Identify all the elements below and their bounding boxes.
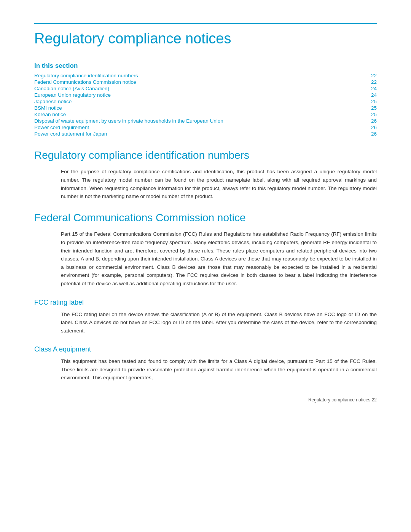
page-title: Regulatory compliance notices xyxy=(34,31,377,47)
toc-item[interactable]: Korean notice 25 xyxy=(34,112,377,117)
toc-item-dots xyxy=(108,135,370,136)
toc-item[interactable]: Japanese notice 25 xyxy=(34,99,377,104)
toc-item-label: Canadian notice (Avis Canadien) xyxy=(34,86,109,91)
toc-item-label: Regulatory compliance identification num… xyxy=(34,73,138,78)
toc-list: Regulatory compliance identification num… xyxy=(34,73,377,137)
toc-item-dots xyxy=(72,103,370,103)
toc-item-label: Federal Communications Commission notice xyxy=(34,79,136,85)
toc-item-page: 25 xyxy=(371,112,377,117)
toc-item-dots xyxy=(110,90,370,90)
toc-item-page: 26 xyxy=(371,131,377,137)
toc-item-label: Japanese notice xyxy=(34,99,72,104)
toc-item-page: 24 xyxy=(371,92,377,98)
top-border xyxy=(34,23,377,24)
toc-item-page: 22 xyxy=(371,79,377,85)
toc-item-page: 24 xyxy=(371,86,377,91)
toc-item-page: 25 xyxy=(371,105,377,111)
toc-item-page: 25 xyxy=(371,99,377,104)
toc-item-dots xyxy=(139,77,370,77)
toc-item[interactable]: European Union regulatory notice 24 xyxy=(34,92,377,98)
subsection-fcc-rating: FCC rating label The FCC rating label on… xyxy=(34,299,377,335)
footer-text: Regulatory compliance notices 22 xyxy=(308,397,377,403)
toc-item[interactable]: BSMI notice25 xyxy=(34,105,377,111)
toc-item-page: 26 xyxy=(371,125,377,130)
section-heading-reg-compliance: Regulatory compliance identification num… xyxy=(34,149,377,162)
footer: Regulatory compliance notices 22 xyxy=(34,397,377,403)
subsection-body-fcc-rating: The FCC rating label on the device shows… xyxy=(61,310,377,335)
subsection-heading-fcc-rating: FCC rating label xyxy=(34,299,377,307)
toc-item-label: Disposal of waste equipment by users in … xyxy=(34,118,223,124)
toc-item-page: 22 xyxy=(371,73,377,78)
toc-item[interactable]: Power cord requirement26 xyxy=(34,125,377,130)
in-this-section-label: In this section xyxy=(34,62,377,70)
toc-item-label: Korean notice xyxy=(34,112,66,117)
subsection-class-a: Class A equipment This equipment has bee… xyxy=(34,345,377,382)
toc-item[interactable]: Regulatory compliance identification num… xyxy=(34,73,377,78)
section-reg-compliance-id: Regulatory compliance identification num… xyxy=(34,149,377,201)
toc-item[interactable]: Federal Communications Commission notice… xyxy=(34,79,377,85)
toc-item-dots xyxy=(63,109,370,110)
section-fcc-notice: Federal Communications Commission notice… xyxy=(34,211,377,288)
toc-item-label: Power cord statement for Japan xyxy=(34,131,107,137)
toc-item-label: Power cord requirement xyxy=(34,125,89,130)
toc-item-label: BSMI notice xyxy=(34,105,62,111)
toc-item-dots xyxy=(90,129,370,129)
section-body-fcc: Part 15 of the Federal Communications Co… xyxy=(61,230,377,288)
toc-block: In this section Regulatory compliance id… xyxy=(34,62,377,137)
toc-item-dots xyxy=(112,96,370,97)
subsection-body-class-a: This equipment has been tested and found… xyxy=(61,357,377,382)
toc-item[interactable]: Power cord statement for Japan 26 xyxy=(34,131,377,137)
subsection-heading-class-a: Class A equipment xyxy=(34,345,377,353)
toc-item-dots xyxy=(224,122,370,123)
toc-item-page: 26 xyxy=(371,118,377,124)
toc-item-dots xyxy=(137,83,370,84)
toc-item-label: European Union regulatory notice xyxy=(34,92,111,98)
toc-item[interactable]: Canadian notice (Avis Canadien) 24 xyxy=(34,86,377,91)
toc-item[interactable]: Disposal of waste equipment by users in … xyxy=(34,118,377,124)
section-body-reg-compliance: For the purpose of regulatory compliance… xyxy=(61,168,377,200)
toc-item-dots xyxy=(67,116,370,116)
section-heading-fcc: Federal Communications Commission notice xyxy=(34,211,377,224)
